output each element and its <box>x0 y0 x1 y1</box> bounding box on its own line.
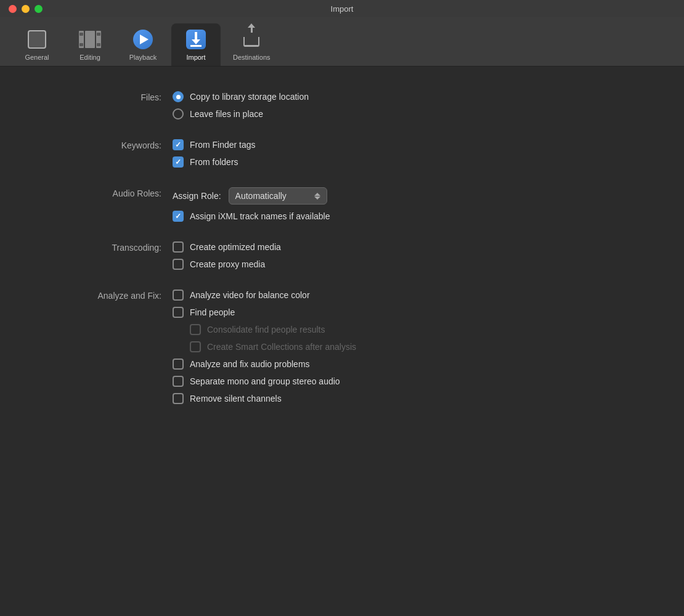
audio-roles-row: Audio Roles: Assign Role: Automatically … <box>49 187 635 222</box>
radio-copy-circle[interactable] <box>173 91 184 102</box>
tab-editing-label: Editing <box>79 54 100 61</box>
radio-copy[interactable]: Copy to library storage location <box>173 91 309 102</box>
checkbox-smart-collections-label: Create Smart Collections after analysis <box>207 342 356 352</box>
general-icon <box>26 28 48 51</box>
assign-role-row: Assign Role: Automatically <box>173 187 330 205</box>
chevron-down-icon <box>314 197 320 200</box>
checkbox-consolidate-box[interactable] <box>190 324 201 335</box>
tab-editing[interactable]: Editing <box>65 23 115 66</box>
nested-analyze-options: Consolidate find people results Create S… <box>190 324 356 352</box>
checkbox-ixml-label: Assign iXML track names if available <box>190 211 330 221</box>
assign-role-label: Assign Role: <box>173 191 221 201</box>
checkbox-proxy[interactable]: Create proxy media <box>173 259 281 270</box>
minimize-button[interactable] <box>22 5 30 13</box>
checkbox-consolidate-label: Consolidate find people results <box>207 325 325 334</box>
checkbox-proxy-label: Create proxy media <box>190 259 265 269</box>
radio-copy-inner <box>176 95 181 99</box>
checkbox-optimized-box[interactable] <box>173 241 184 253</box>
chevron-up-icon <box>314 193 320 196</box>
checkbox-balance-color[interactable]: Analyze video for balance color <box>173 290 356 301</box>
keywords-label: Keywords: <box>49 139 173 150</box>
close-button[interactable] <box>9 5 17 13</box>
dropdown-arrows-icon <box>314 193 320 200</box>
editing-icon <box>79 28 101 51</box>
radio-leave[interactable]: Leave files in place <box>173 108 309 120</box>
checkbox-silent-channels-label: Remove silent channels <box>190 394 282 403</box>
radio-copy-label: Copy to library storage location <box>190 92 309 102</box>
checkbox-smart-collections[interactable]: Create Smart Collections after analysis <box>190 341 356 352</box>
checkbox-find-people-label: Find people <box>190 307 235 317</box>
checkbox-ixml[interactable]: Assign iXML track names if available <box>173 211 330 222</box>
radio-leave-circle[interactable] <box>173 108 184 120</box>
keywords-controls: From Finder tags From folders <box>173 139 256 168</box>
checkbox-silent-channels[interactable]: Remove silent channels <box>173 393 356 404</box>
traffic-lights <box>9 5 43 13</box>
playback-icon <box>132 28 154 51</box>
checkbox-find-people-box[interactable] <box>173 307 184 318</box>
checkbox-mono-stereo[interactable]: Separate mono and group stereo audio <box>173 376 356 387</box>
keywords-row: Keywords: From Finder tags From folders <box>49 139 635 168</box>
checkbox-balance-color-box[interactable] <box>173 290 184 301</box>
checkbox-mono-stereo-label: Separate mono and group stereo audio <box>190 376 340 386</box>
tab-destinations-label: Destinations <box>233 54 271 61</box>
audio-roles-controls: Assign Role: Automatically Assign iXML t… <box>173 187 330 222</box>
tab-playback[interactable]: Playback <box>118 23 168 66</box>
checkbox-proxy-box[interactable] <box>173 259 184 270</box>
radio-leave-label: Leave files in place <box>190 109 263 119</box>
tab-import[interactable]: Import <box>171 23 221 66</box>
checkbox-silent-channels-box[interactable] <box>173 393 184 404</box>
checkbox-finder-tags-box[interactable] <box>173 139 184 150</box>
checkbox-fix-audio-box[interactable] <box>173 359 184 370</box>
destinations-icon <box>240 28 263 51</box>
checkbox-balance-color-label: Analyze video for balance color <box>190 290 310 300</box>
audio-roles-label: Audio Roles: <box>49 187 173 198</box>
analyze-fix-row: Analyze and Fix: Analyze video for balan… <box>49 290 635 404</box>
import-icon <box>185 28 207 51</box>
checkbox-optimized-label: Create optimized media <box>190 242 281 252</box>
checkbox-smart-collections-box[interactable] <box>190 341 201 352</box>
analyze-fix-controls: Analyze video for balance color Find peo… <box>173 290 356 404</box>
tab-playback-label: Playback <box>129 54 157 61</box>
checkbox-finder-tags-label: From Finder tags <box>190 140 256 150</box>
checkbox-fix-audio[interactable]: Analyze and fix audio problems <box>173 359 356 370</box>
files-controls: Copy to library storage location Leave f… <box>173 91 309 120</box>
tab-general[interactable]: General <box>12 23 62 66</box>
window-title: Import <box>331 4 354 14</box>
toolbar: General Editing Playback <box>0 17 684 67</box>
analyze-fix-label: Analyze and Fix: <box>49 290 173 301</box>
tab-general-label: General <box>25 54 49 61</box>
checkbox-fix-audio-label: Analyze and fix audio problems <box>190 359 310 369</box>
transcoding-controls: Create optimized media Create proxy medi… <box>173 241 281 270</box>
checkbox-finder-tags[interactable]: From Finder tags <box>173 139 256 150</box>
titlebar: Import <box>0 0 684 17</box>
checkbox-from-folders[interactable]: From folders <box>173 156 256 168</box>
transcoding-label: Transcoding: <box>49 241 173 253</box>
checkbox-from-folders-box[interactable] <box>173 156 184 168</box>
automatically-dropdown[interactable]: Automatically <box>229 187 327 205</box>
dropdown-value: Automatically <box>235 191 309 201</box>
tab-destinations[interactable]: Destinations <box>224 23 279 66</box>
files-label: Files: <box>49 91 173 102</box>
checkbox-ixml-box[interactable] <box>173 211 184 222</box>
checkbox-find-people[interactable]: Find people <box>173 307 356 318</box>
checkbox-optimized[interactable]: Create optimized media <box>173 241 281 253</box>
maximize-button[interactable] <box>35 5 43 13</box>
transcoding-row: Transcoding: Create optimized media Crea… <box>49 241 635 270</box>
files-row: Files: Copy to library storage location … <box>49 91 635 120</box>
main-content: Files: Copy to library storage location … <box>0 67 684 448</box>
checkbox-consolidate[interactable]: Consolidate find people results <box>190 324 356 335</box>
tab-import-label: Import <box>186 54 205 61</box>
checkbox-mono-stereo-box[interactable] <box>173 376 184 387</box>
checkbox-from-folders-label: From folders <box>190 157 238 167</box>
